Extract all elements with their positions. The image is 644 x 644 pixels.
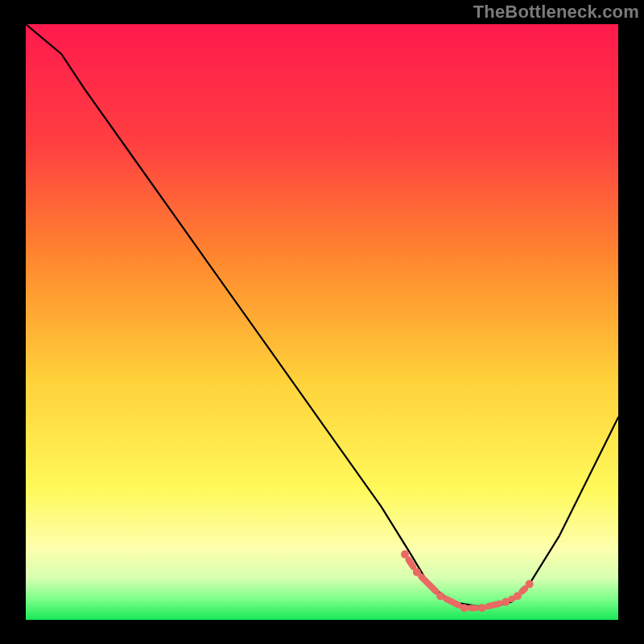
gradient-background xyxy=(26,24,618,620)
watermark-text: TheBottleneck.com xyxy=(473,2,639,23)
plot-area xyxy=(26,24,618,620)
svg-rect-0 xyxy=(26,24,618,620)
chart-frame: TheBottleneck.com xyxy=(0,0,644,644)
